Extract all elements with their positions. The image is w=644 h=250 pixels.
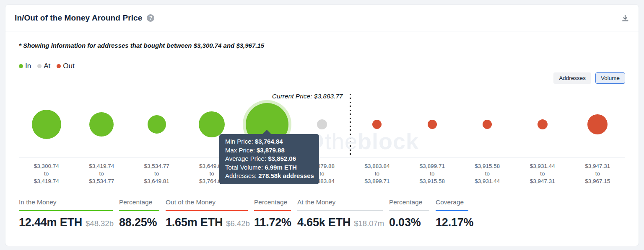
tooltip-row: Total Volume: 6.99m ETH <box>225 163 313 172</box>
range-separator: to <box>350 170 405 178</box>
card-header: In/Out of the Money Around Price ? <box>5 5 639 31</box>
stat-value-row: 12.44m ETH$48.32b <box>19 216 113 229</box>
stat-percentage: Percentage0.03% <box>389 198 429 229</box>
bubble-in[interactable] <box>32 110 61 139</box>
stat-label: Percentage <box>254 198 291 206</box>
legend-dot-icon <box>57 64 61 68</box>
stat-value-row: 12.17% <box>436 216 468 229</box>
tooltip-row: Min Price: $3,764.84 <box>225 137 313 146</box>
stat-value: 88.25% <box>119 216 157 229</box>
tooltip-value: $3,879.88 <box>257 147 285 154</box>
bubble-out[interactable] <box>428 120 437 129</box>
tooltip-value: 6.99m ETH <box>265 164 297 171</box>
bubble-cell <box>350 91 405 157</box>
bubble-cell <box>129 91 184 157</box>
range-low: $3,534.77 <box>129 162 184 170</box>
bubble-chart: Current Price: $3,883.77 theblock Min Pr… <box>19 91 625 157</box>
legend-dot-icon <box>19 64 23 68</box>
bubble-at[interactable] <box>317 119 327 129</box>
range-high: $3,947.31 <box>515 178 570 185</box>
stat-label: In the Money <box>19 198 113 206</box>
stat-value-row: 1.65m ETH$6.42b <box>166 216 248 229</box>
range-separator: to <box>19 170 74 178</box>
stat-value: 0.03% <box>389 216 421 229</box>
note: * Showing information for addresses that… <box>19 42 625 49</box>
bubble-in[interactable] <box>199 111 225 137</box>
bubble-in[interactable] <box>148 115 166 134</box>
bubble-cell <box>515 91 570 157</box>
tooltip-row: Average Price: $3,852.06 <box>225 155 313 163</box>
stat-label: Coverage <box>436 198 468 206</box>
bubble-in[interactable] <box>89 112 114 137</box>
tooltip-value: $3,764.84 <box>255 138 283 145</box>
stat-label: Percentage <box>389 198 429 206</box>
tooltip-row: Max Price: $3,879.88 <box>225 146 313 155</box>
tooltip-row: Addresses: 278.58k addresses <box>225 172 313 180</box>
bubble-out[interactable] <box>372 120 382 129</box>
stat-value: 4.65k ETH <box>297 216 351 229</box>
bubble-out[interactable] <box>483 120 492 129</box>
stat-underline <box>119 210 159 211</box>
tooltip-label: Min Price: <box>225 138 255 145</box>
range-separator: to <box>460 170 515 178</box>
download-icon[interactable] <box>621 14 629 22</box>
legend-item-in[interactable]: In <box>19 62 31 70</box>
stat-underline <box>19 210 113 211</box>
range-low: $3,931.44 <box>515 162 570 170</box>
range-high: $3,534.77 <box>74 178 129 185</box>
stat-coverage: Coverage12.17% <box>436 198 468 229</box>
range-low: $3,300.74 <box>19 162 74 170</box>
x-axis-label: $3,419.74to$3,534.77 <box>74 162 129 185</box>
range-low: $3,915.58 <box>460 162 515 170</box>
toggle-addresses[interactable]: Addresses <box>553 72 591 84</box>
stat-secondary-value: $6.42b <box>226 219 250 228</box>
stat-label: Percentage <box>119 198 159 206</box>
stat-percentage: Percentage88.25% <box>119 198 159 229</box>
bubble-out[interactable] <box>587 114 608 134</box>
range-separator: to <box>515 170 570 178</box>
stat-at-the-money: At the Money4.65k ETH$18.07m <box>297 198 383 229</box>
current-price-label: Current Price: $3,883.77 <box>19 93 343 100</box>
x-axis-label: $3,534.77to$3,649.81 <box>129 162 184 185</box>
tooltip-label: Total Volume: <box>225 164 265 171</box>
stat-underline <box>166 210 248 211</box>
stat-value-row: 11.72% <box>254 216 291 229</box>
chart-card: In/Out of the Money Around Price ? * Sho… <box>5 4 639 246</box>
stat-label: Out of the Money <box>166 198 248 206</box>
tooltip: Min Price: $3,764.84Max Price: $3,879.88… <box>219 134 319 184</box>
stat-value-row: 4.65k ETH$18.07m <box>297 216 383 229</box>
range-high: $3,931.44 <box>460 178 515 185</box>
stat-in-the-money: In the Money12.44m ETH$48.32b <box>19 198 113 229</box>
stat-underline <box>436 210 468 211</box>
range-low: $3,947.31 <box>570 162 625 170</box>
tooltip-label: Average Price: <box>225 155 268 162</box>
page-title: In/Out of the Money Around Price <box>15 13 142 23</box>
toggle-group: AddressesVolume <box>19 72 625 84</box>
range-low: $3,899.71 <box>405 162 460 170</box>
x-axis-label: $3,931.44to$3,947.31 <box>515 162 570 185</box>
help-icon[interactable]: ? <box>147 14 154 22</box>
x-axis-labels: $3,300.74to$3,419.74$3,419.74to$3,534.77… <box>19 162 625 185</box>
bubble-cell <box>460 91 515 157</box>
legend-label: At <box>44 62 50 70</box>
x-axis-label: $3,899.71to$3,915.58 <box>405 162 460 185</box>
stat-secondary-value: $18.07m <box>354 219 384 228</box>
stat-value: 12.17% <box>436 216 473 229</box>
range-separator: to <box>570 170 625 178</box>
range-high: $3,649.81 <box>129 178 184 185</box>
x-axis-label: $3,947.31to$3,967.15 <box>570 162 625 185</box>
bubble-cell <box>405 91 460 157</box>
bubble-cell <box>570 91 625 157</box>
bubble-out[interactable] <box>538 119 548 129</box>
legend-label: In <box>25 62 31 70</box>
legend-item-at[interactable]: At <box>37 62 50 70</box>
stat-value: 11.72% <box>254 216 291 229</box>
toggle-volume[interactable]: Volume <box>595 72 625 84</box>
stat-value: 1.65m ETH <box>166 216 223 229</box>
legend-dot-icon <box>37 64 42 68</box>
bubble-cell <box>19 91 74 157</box>
tooltip-label: Addresses: <box>225 172 258 179</box>
bubble-cell <box>74 91 129 157</box>
legend-item-out[interactable]: Out <box>57 62 74 70</box>
stat-underline <box>297 210 383 211</box>
